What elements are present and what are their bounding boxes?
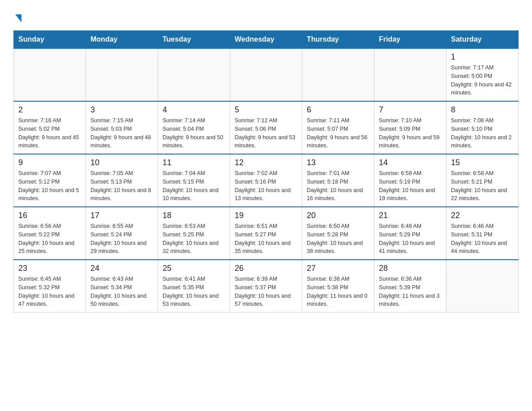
- day-info: Sunrise: 6:56 AMSunset: 5:22 PMDaylight:…: [18, 222, 81, 256]
- day-info: Sunrise: 6:53 AMSunset: 5:25 PMDaylight:…: [163, 222, 225, 256]
- day-info: Sunrise: 7:01 AMSunset: 5:18 PMDaylight:…: [307, 169, 369, 203]
- day-number: 4: [163, 105, 225, 115]
- day-number: 15: [451, 158, 514, 167]
- calendar-cell: [14, 48, 86, 101]
- calendar-cell: 17Sunrise: 6:55 AMSunset: 5:24 PMDayligh…: [86, 207, 158, 260]
- day-info: Sunrise: 6:45 AMSunset: 5:32 PMDaylight:…: [18, 275, 81, 308]
- day-info: Sunrise: 6:43 AMSunset: 5:34 PMDaylight:…: [90, 275, 153, 308]
- day-info: Sunrise: 7:16 AMSunset: 5:02 PMDaylight:…: [18, 116, 81, 150]
- day-number: 11: [163, 158, 225, 167]
- day-number: 27: [307, 264, 369, 273]
- weekday-header-tuesday: Tuesday: [158, 31, 230, 49]
- calendar-cell: 19Sunrise: 6:51 AMSunset: 5:27 PMDayligh…: [230, 207, 302, 260]
- day-number: 19: [235, 211, 297, 220]
- day-info: Sunrise: 6:55 AMSunset: 5:24 PMDaylight:…: [90, 222, 153, 256]
- weekday-header-thursday: Thursday: [302, 31, 374, 49]
- day-number: 13: [307, 158, 369, 167]
- calendar-cell: 10Sunrise: 7:05 AMSunset: 5:13 PMDayligh…: [86, 154, 158, 207]
- calendar-cell: 23Sunrise: 6:45 AMSunset: 5:32 PMDayligh…: [14, 260, 86, 313]
- weekday-header-saturday: Saturday: [446, 31, 519, 49]
- calendar-cell: 8Sunrise: 7:08 AMSunset: 5:10 PMDaylight…: [446, 101, 519, 154]
- calendar-cell: 24Sunrise: 6:43 AMSunset: 5:34 PMDayligh…: [86, 260, 158, 313]
- day-info: Sunrise: 6:50 AMSunset: 5:28 PMDaylight:…: [307, 222, 369, 256]
- calendar-cell: 16Sunrise: 6:56 AMSunset: 5:22 PMDayligh…: [14, 207, 86, 260]
- day-info: Sunrise: 7:10 AMSunset: 5:09 PMDaylight:…: [379, 116, 442, 150]
- day-number: 7: [379, 105, 442, 115]
- calendar-cell: [158, 48, 230, 101]
- day-info: Sunrise: 6:41 AMSunset: 5:35 PMDaylight:…: [163, 275, 225, 308]
- day-info: Sunrise: 7:17 AMSunset: 5:00 PMDaylight:…: [451, 64, 514, 97]
- calendar-cell: 27Sunrise: 6:38 AMSunset: 5:38 PMDayligh…: [302, 260, 374, 313]
- day-info: Sunrise: 7:05 AMSunset: 5:13 PMDaylight:…: [90, 169, 153, 203]
- calendar-cell: 12Sunrise: 7:02 AMSunset: 5:16 PMDayligh…: [230, 154, 302, 207]
- day-info: Sunrise: 7:12 AMSunset: 5:06 PMDaylight:…: [235, 116, 297, 150]
- day-info: Sunrise: 6:39 AMSunset: 5:37 PMDaylight:…: [235, 275, 297, 308]
- day-info: Sunrise: 6:38 AMSunset: 5:38 PMDaylight:…: [307, 275, 369, 308]
- calendar-cell: 25Sunrise: 6:41 AMSunset: 5:35 PMDayligh…: [158, 260, 230, 313]
- calendar-cell: 9Sunrise: 7:07 AMSunset: 5:12 PMDaylight…: [14, 154, 86, 207]
- calendar-cell: 22Sunrise: 6:46 AMSunset: 5:31 PMDayligh…: [446, 207, 519, 260]
- calendar-cell: [230, 48, 302, 101]
- day-number: 21: [379, 211, 442, 220]
- day-number: 12: [235, 158, 297, 167]
- calendar-cell: 3Sunrise: 7:15 AMSunset: 5:03 PMDaylight…: [86, 101, 158, 154]
- logo: [13, 9, 21, 22]
- day-number: 25: [163, 264, 225, 273]
- day-number: 1: [451, 52, 514, 62]
- day-info: Sunrise: 7:04 AMSunset: 5:15 PMDaylight:…: [163, 169, 225, 203]
- day-number: 10: [90, 158, 153, 167]
- weekday-header-wednesday: Wednesday: [230, 31, 302, 49]
- day-number: 20: [307, 211, 369, 220]
- day-number: 3: [90, 105, 153, 115]
- calendar-cell: 18Sunrise: 6:53 AMSunset: 5:25 PMDayligh…: [158, 207, 230, 260]
- day-info: Sunrise: 7:14 AMSunset: 5:04 PMDaylight:…: [163, 116, 225, 150]
- logo-arrow-icon: [15, 14, 21, 22]
- calendar-cell: 26Sunrise: 6:39 AMSunset: 5:37 PMDayligh…: [230, 260, 302, 313]
- day-info: Sunrise: 6:59 AMSunset: 5:19 PMDaylight:…: [379, 169, 442, 203]
- day-number: 5: [235, 105, 297, 115]
- week-row-2: 2Sunrise: 7:16 AMSunset: 5:02 PMDaylight…: [14, 101, 519, 154]
- day-info: Sunrise: 6:58 AMSunset: 5:21 PMDaylight:…: [451, 169, 514, 203]
- calendar-cell: 11Sunrise: 7:04 AMSunset: 5:15 PMDayligh…: [158, 154, 230, 207]
- day-number: 28: [379, 264, 442, 273]
- calendar-cell: [302, 48, 374, 101]
- day-info: Sunrise: 6:51 AMSunset: 5:27 PMDaylight:…: [235, 222, 297, 256]
- day-info: Sunrise: 7:15 AMSunset: 5:03 PMDaylight:…: [90, 116, 153, 150]
- calendar-cell: [446, 260, 519, 313]
- logo-general-text: [13, 13, 21, 22]
- day-number: 8: [451, 105, 514, 115]
- day-number: 9: [18, 158, 81, 167]
- week-row-1: 1Sunrise: 7:17 AMSunset: 5:00 PMDaylight…: [14, 48, 519, 101]
- calendar-cell: 14Sunrise: 6:59 AMSunset: 5:19 PMDayligh…: [374, 154, 446, 207]
- week-row-5: 23Sunrise: 6:45 AMSunset: 5:32 PMDayligh…: [14, 260, 519, 313]
- weekday-header-friday: Friday: [374, 31, 446, 49]
- day-info: Sunrise: 6:48 AMSunset: 5:29 PMDaylight:…: [379, 222, 442, 256]
- calendar-cell: 28Sunrise: 6:36 AMSunset: 5:39 PMDayligh…: [374, 260, 446, 313]
- calendar-cell: 13Sunrise: 7:01 AMSunset: 5:18 PMDayligh…: [302, 154, 374, 207]
- day-number: 26: [235, 264, 297, 273]
- calendar-cell: 2Sunrise: 7:16 AMSunset: 5:02 PMDaylight…: [14, 101, 86, 154]
- day-info: Sunrise: 6:36 AMSunset: 5:39 PMDaylight:…: [379, 275, 442, 308]
- day-number: 22: [451, 211, 514, 220]
- day-info: Sunrise: 7:11 AMSunset: 5:07 PMDaylight:…: [307, 116, 369, 150]
- calendar-cell: 7Sunrise: 7:10 AMSunset: 5:09 PMDaylight…: [374, 101, 446, 154]
- day-info: Sunrise: 7:07 AMSunset: 5:12 PMDaylight:…: [18, 169, 81, 203]
- day-number: 16: [18, 211, 81, 220]
- page-header: [13, 9, 519, 22]
- calendar-table: SundayMondayTuesdayWednesdayThursdayFrid…: [13, 30, 519, 313]
- day-number: 18: [163, 211, 225, 220]
- day-number: 6: [307, 105, 369, 115]
- calendar-cell: 21Sunrise: 6:48 AMSunset: 5:29 PMDayligh…: [374, 207, 446, 260]
- day-info: Sunrise: 7:08 AMSunset: 5:10 PMDaylight:…: [451, 116, 514, 150]
- day-number: 14: [379, 158, 442, 167]
- day-number: 24: [90, 264, 153, 273]
- calendar-cell: [86, 48, 158, 101]
- calendar-cell: 1Sunrise: 7:17 AMSunset: 5:00 PMDaylight…: [446, 48, 519, 101]
- weekday-header-row: SundayMondayTuesdayWednesdayThursdayFrid…: [14, 31, 519, 49]
- weekday-header-sunday: Sunday: [14, 31, 86, 49]
- calendar-cell: 5Sunrise: 7:12 AMSunset: 5:06 PMDaylight…: [230, 101, 302, 154]
- day-info: Sunrise: 6:46 AMSunset: 5:31 PMDaylight:…: [451, 222, 514, 256]
- day-number: 17: [90, 211, 153, 220]
- calendar-cell: 4Sunrise: 7:14 AMSunset: 5:04 PMDaylight…: [158, 101, 230, 154]
- day-info: Sunrise: 7:02 AMSunset: 5:16 PMDaylight:…: [235, 169, 297, 203]
